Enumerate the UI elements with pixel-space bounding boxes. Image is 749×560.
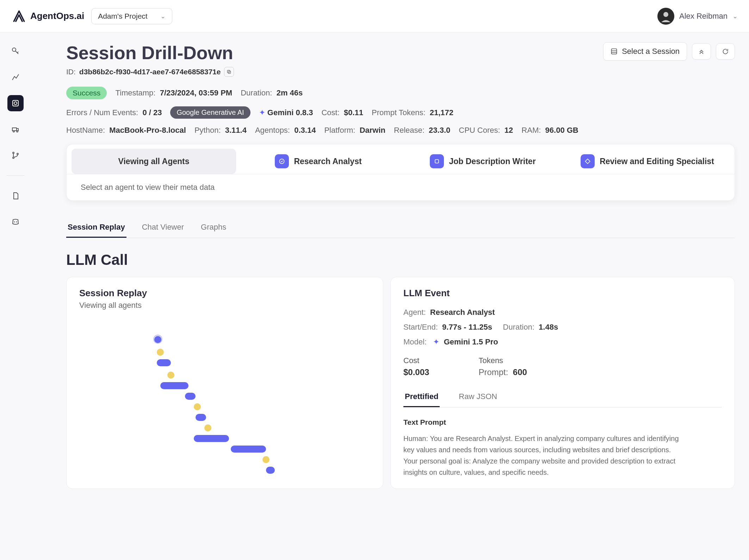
file-icon	[11, 192, 20, 200]
errors-label: Errors / Num Events:	[66, 108, 138, 117]
cpu-value: 12	[505, 126, 513, 135]
chart-icon	[11, 73, 20, 81]
svg-point-8	[13, 157, 14, 158]
event-startend-value: 9.77s - 11.25s	[442, 323, 492, 331]
provider-badge: Google Generative AI	[170, 106, 250, 119]
agent-tab-review[interactable]: Review and Editing Specialist	[565, 149, 730, 174]
agent-tab-all[interactable]: Viewing all Agents	[72, 149, 236, 174]
gantt-dot[interactable]	[157, 349, 164, 356]
gantt-dot[interactable]	[167, 372, 174, 379]
agent-tab-writer[interactable]: Job Description Writer	[401, 149, 565, 174]
chevron-down-icon: ⌄	[732, 12, 738, 20]
gantt-dot[interactable]	[204, 424, 211, 431]
gantt-bar[interactable]	[231, 446, 266, 453]
agent-tab-label: Research Analyst	[294, 157, 361, 166]
hostname-label: HostName:	[66, 126, 105, 135]
svg-point-3	[14, 102, 17, 105]
svg-point-5	[13, 131, 14, 132]
git-branch-icon	[11, 151, 20, 160]
svg-point-6	[17, 131, 18, 132]
svg-point-10	[14, 222, 15, 223]
gantt-dot[interactable]	[194, 403, 201, 410]
cost-value: $0.11	[344, 108, 363, 117]
agent-card-hint: Select an agent to view their meta data	[67, 174, 735, 200]
refresh-button[interactable]	[716, 43, 735, 60]
gantt-bar[interactable]	[154, 336, 161, 343]
event-agent-label: Agent:	[403, 308, 426, 317]
gantt-bar[interactable]	[194, 435, 229, 442]
discord-icon	[11, 218, 20, 226]
collapse-button[interactable]	[692, 43, 711, 60]
prompt-tokens-value: 21,172	[430, 108, 453, 117]
project-dropdown[interactable]: Adam's Project ⌄	[91, 8, 172, 24]
ram-label: RAM:	[521, 126, 541, 135]
gantt-chart[interactable]	[79, 321, 370, 468]
event-duration-value: 1.48s	[539, 323, 558, 331]
copy-id-button[interactable]	[224, 67, 234, 77]
errors-value: 0 / 23	[142, 108, 162, 117]
platform-label: Platform:	[324, 126, 355, 135]
cpu-label: CPU Cores:	[459, 126, 500, 135]
event-tab-raw-json[interactable]: Raw JSON	[457, 389, 499, 407]
brand-logo[interactable]: AgentOps.ai	[11, 8, 84, 24]
gantt-bar[interactable]	[266, 467, 275, 474]
layers-icon	[11, 99, 20, 107]
agentops-label: Agentops:	[255, 126, 290, 135]
event-cost-label: Cost	[403, 356, 429, 365]
key-icon	[11, 47, 20, 55]
svg-point-11	[16, 222, 17, 223]
agent-selector-card: Viewing all Agents Research Analyst Job …	[66, 144, 735, 201]
sidebar-item-branches[interactable]	[7, 147, 24, 163]
text-prompt-title: Text Prompt	[403, 418, 722, 427]
sparkle-icon: ✦	[433, 337, 439, 346]
sidebar-item-sessions[interactable]	[7, 95, 24, 111]
duration-value: 2m 46s	[277, 88, 303, 97]
event-prompt-tokens: 600	[513, 367, 527, 377]
timestamp-label: Timestamp:	[115, 88, 155, 97]
agent-tab-research[interactable]: Research Analyst	[236, 149, 401, 174]
sidebar-item-docs[interactable]	[7, 188, 24, 204]
sidebar-item-keys[interactable]	[7, 43, 24, 59]
sidebar-item-deploy[interactable]	[7, 121, 24, 137]
event-model-label: Model:	[403, 337, 427, 346]
copy-icon	[227, 69, 231, 74]
svg-rect-2	[13, 100, 18, 106]
sidebar-item-discord[interactable]	[7, 214, 24, 230]
gantt-dot[interactable]	[262, 456, 270, 463]
gantt-bar[interactable]	[160, 382, 188, 389]
tab-chat-viewer[interactable]: Chat Viewer	[141, 219, 185, 238]
sidebar-item-analytics[interactable]	[7, 69, 24, 85]
agent-tab-label: Job Description Writer	[449, 157, 536, 166]
event-cost-value: $0.003	[403, 367, 429, 377]
status-badge: Success	[66, 87, 107, 99]
project-name: Adam's Project	[98, 12, 148, 20]
replay-title: Session Replay	[79, 288, 370, 299]
agent-tab-all-label: Viewing all Agents	[118, 157, 190, 166]
session-replay-panel: Session Replay Viewing all agents	[66, 277, 383, 489]
user-menu[interactable]: Alex Reibman ⌄	[657, 8, 738, 25]
event-tab-prettified[interactable]: Prettified	[403, 389, 440, 407]
event-startend-label: Start/End:	[403, 323, 438, 331]
llm-event-panel: LLM Event Agent: Research Analyst Start/…	[390, 277, 735, 489]
model-value: Gemini 0.8.3	[267, 108, 313, 117]
tab-session-replay[interactable]: Session Replay	[66, 219, 126, 238]
svg-rect-12	[228, 71, 231, 74]
brand-text: AgentOps.ai	[30, 11, 84, 21]
release-value: 23.3.0	[429, 126, 450, 135]
refresh-icon	[722, 48, 729, 55]
ram-value: 96.00 GB	[545, 126, 578, 135]
event-tokens-label: Tokens	[478, 356, 527, 365]
select-session-button[interactable]: Select a Session	[603, 42, 687, 61]
svg-point-9	[17, 153, 18, 155]
text-prompt-body: Human: You are Research Analyst. Expert …	[403, 433, 685, 478]
agent-icon	[581, 154, 595, 168]
event-title: LLM Event	[403, 288, 722, 299]
select-session-label: Select a Session	[622, 47, 680, 56]
gantt-bar[interactable]	[185, 393, 196, 400]
gantt-bar[interactable]	[196, 414, 206, 421]
tab-graphs[interactable]: Graphs	[199, 219, 228, 238]
grid-icon	[611, 48, 618, 55]
hostname-value: MacBook-Pro-8.local	[109, 126, 186, 135]
agent-icon	[430, 154, 444, 168]
gantt-bar[interactable]	[157, 359, 171, 366]
